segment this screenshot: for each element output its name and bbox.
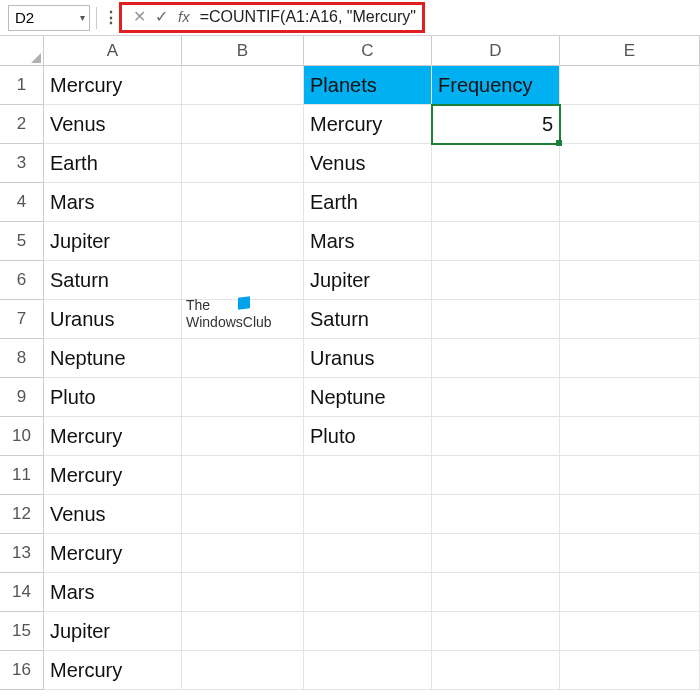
cell-E16[interactable] — [560, 651, 700, 690]
cell-C15[interactable] — [304, 612, 432, 651]
cell-E10[interactable] — [560, 417, 700, 456]
cell-C2[interactable]: Mercury — [304, 105, 432, 144]
cell-A6[interactable]: Saturn — [44, 261, 182, 300]
cell-A3[interactable]: Earth — [44, 144, 182, 183]
cell-E3[interactable] — [560, 144, 700, 183]
row-header-12[interactable]: 12 — [0, 495, 44, 534]
cell-B10[interactable] — [182, 417, 304, 456]
cell-B5[interactable] — [182, 222, 304, 261]
cell-E9[interactable] — [560, 378, 700, 417]
cell-B6[interactable] — [182, 261, 304, 300]
cell-B9[interactable] — [182, 378, 304, 417]
row-header-2[interactable]: 2 — [0, 105, 44, 144]
cell-B15[interactable] — [182, 612, 304, 651]
cell-E6[interactable] — [560, 261, 700, 300]
row-header-5[interactable]: 5 — [0, 222, 44, 261]
cell-D12[interactable] — [432, 495, 560, 534]
cell-A10[interactable]: Mercury — [44, 417, 182, 456]
cell-B1[interactable] — [182, 66, 304, 105]
row-header-13[interactable]: 13 — [0, 534, 44, 573]
cell-D9[interactable] — [432, 378, 560, 417]
cell-A7[interactable]: Uranus — [44, 300, 182, 339]
formula-input[interactable] — [196, 8, 416, 26]
cell-C4[interactable]: Earth — [304, 183, 432, 222]
row-header-6[interactable]: 6 — [0, 261, 44, 300]
cell-D4[interactable] — [432, 183, 560, 222]
chevron-down-icon[interactable]: ▾ — [80, 12, 85, 23]
cell-C11[interactable] — [304, 456, 432, 495]
cell-B4[interactable] — [182, 183, 304, 222]
row-header-10[interactable]: 10 — [0, 417, 44, 456]
cell-E14[interactable] — [560, 573, 700, 612]
col-header-B[interactable]: B — [182, 36, 304, 66]
cell-B2[interactable] — [182, 105, 304, 144]
cell-D15[interactable] — [432, 612, 560, 651]
cell-D10[interactable] — [432, 417, 560, 456]
cell-D3[interactable] — [432, 144, 560, 183]
cell-D14[interactable] — [432, 573, 560, 612]
cell-A13[interactable]: Mercury — [44, 534, 182, 573]
cell-A4[interactable]: Mars — [44, 183, 182, 222]
cell-B12[interactable] — [182, 495, 304, 534]
cell-E7[interactable] — [560, 300, 700, 339]
cell-D7[interactable] — [432, 300, 560, 339]
cell-C12[interactable] — [304, 495, 432, 534]
name-box[interactable]: D2 ▾ — [8, 5, 90, 31]
row-header-8[interactable]: 8 — [0, 339, 44, 378]
select-all-corner[interactable] — [0, 36, 44, 66]
cell-E11[interactable] — [560, 456, 700, 495]
cell-A11[interactable]: Mercury — [44, 456, 182, 495]
cell-B3[interactable] — [182, 144, 304, 183]
cell-C7[interactable]: Saturn — [304, 300, 432, 339]
cell-B7[interactable] — [182, 300, 304, 339]
cell-C8[interactable]: Uranus — [304, 339, 432, 378]
row-header-1[interactable]: 1 — [0, 66, 44, 105]
col-header-E[interactable]: E — [560, 36, 700, 66]
cell-B14[interactable] — [182, 573, 304, 612]
accept-formula-icon[interactable]: ✓ — [150, 7, 172, 26]
col-header-D[interactable]: D — [432, 36, 560, 66]
cell-A9[interactable]: Pluto — [44, 378, 182, 417]
col-header-A[interactable]: A — [44, 36, 182, 66]
row-header-9[interactable]: 9 — [0, 378, 44, 417]
cell-D11[interactable] — [432, 456, 560, 495]
row-header-3[interactable]: 3 — [0, 144, 44, 183]
cell-C3[interactable]: Venus — [304, 144, 432, 183]
cell-E4[interactable] — [560, 183, 700, 222]
cell-E15[interactable] — [560, 612, 700, 651]
fx-icon[interactable]: fx — [178, 8, 190, 25]
row-header-11[interactable]: 11 — [0, 456, 44, 495]
cancel-formula-icon[interactable]: ✕ — [128, 7, 150, 26]
cell-A14[interactable]: Mars — [44, 573, 182, 612]
cell-D5[interactable] — [432, 222, 560, 261]
cell-A1[interactable]: Mercury — [44, 66, 182, 105]
cell-E12[interactable] — [560, 495, 700, 534]
row-header-16[interactable]: 16 — [0, 651, 44, 690]
cell-E1[interactable] — [560, 66, 700, 105]
vertical-dots-icon[interactable]: ⋮ — [103, 10, 117, 26]
cell-C6[interactable]: Jupiter — [304, 261, 432, 300]
cell-A15[interactable]: Jupiter — [44, 612, 182, 651]
cell-C9[interactable]: Neptune — [304, 378, 432, 417]
cell-B11[interactable] — [182, 456, 304, 495]
row-header-7[interactable]: 7 — [0, 300, 44, 339]
cell-B8[interactable] — [182, 339, 304, 378]
cell-C14[interactable] — [304, 573, 432, 612]
cell-C5[interactable]: Mars — [304, 222, 432, 261]
cell-D6[interactable] — [432, 261, 560, 300]
cell-C1[interactable]: Planets — [304, 66, 432, 105]
cell-C13[interactable] — [304, 534, 432, 573]
cell-B13[interactable] — [182, 534, 304, 573]
col-header-C[interactable]: C — [304, 36, 432, 66]
row-header-14[interactable]: 14 — [0, 573, 44, 612]
cell-E8[interactable] — [560, 339, 700, 378]
cell-E2[interactable] — [560, 105, 700, 144]
cell-D2[interactable]: 5 — [432, 105, 560, 144]
cell-D1[interactable]: Frequency — [432, 66, 560, 105]
cell-E13[interactable] — [560, 534, 700, 573]
cell-D8[interactable] — [432, 339, 560, 378]
cell-A5[interactable]: Jupiter — [44, 222, 182, 261]
cell-D16[interactable] — [432, 651, 560, 690]
cell-D13[interactable] — [432, 534, 560, 573]
cell-A2[interactable]: Venus — [44, 105, 182, 144]
